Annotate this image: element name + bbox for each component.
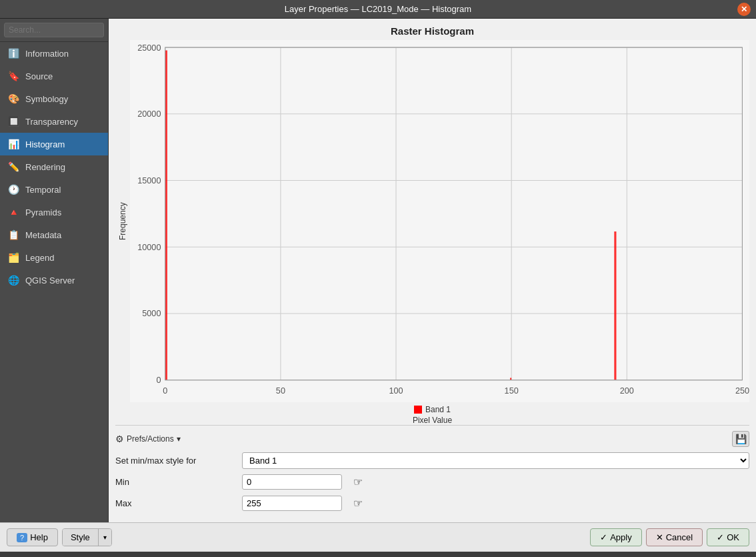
min-row: Min ☞ bbox=[115, 473, 749, 490]
window-title: Layer Properties — LC2019_Mode — Histogr… bbox=[285, 4, 471, 14]
cancel-button[interactable]: ✕ Cancel bbox=[646, 528, 703, 546]
min-label: Min bbox=[115, 477, 235, 487]
svg-text:25000: 25000 bbox=[137, 42, 161, 52]
symbology-icon: 🎨 bbox=[7, 92, 20, 105]
legend-label-band1: Band 1 bbox=[425, 405, 451, 414]
style-dropdown-button[interactable]: ▾ bbox=[98, 529, 111, 546]
help-button[interactable]: ? Help bbox=[7, 528, 58, 546]
svg-text:0: 0 bbox=[156, 375, 161, 385]
sidebar-item-label-temporal: Temporal bbox=[25, 185, 61, 195]
svg-text:10000: 10000 bbox=[137, 241, 161, 251]
apply-button[interactable]: ✓ Apply bbox=[590, 528, 642, 546]
chart-legend: Band 1 bbox=[414, 405, 451, 414]
style-button[interactable]: Style bbox=[63, 529, 98, 546]
information-icon: ℹ️ bbox=[7, 47, 20, 60]
temporal-icon: 🕐 bbox=[7, 183, 20, 196]
sidebar-item-qgisserver[interactable]: 🌐QGIS Server bbox=[0, 269, 108, 292]
svg-text:50: 50 bbox=[276, 385, 285, 395]
search-input[interactable] bbox=[4, 23, 104, 37]
ok-button[interactable]: ✓ OK bbox=[707, 528, 749, 546]
footer-bar: ? Help Style ▾ ✓ Apply ✕ Cancel ✓ OK bbox=[0, 522, 756, 552]
title-bar: Layer Properties — LC2019_Mode — Histogr… bbox=[0, 0, 756, 19]
controls-area: ⚙ Prefs/Actions ▾ 💾 Set min/max style fo… bbox=[115, 425, 749, 516]
cancel-icon: ✕ bbox=[656, 532, 663, 542]
sidebar-item-label-information: Information bbox=[25, 49, 69, 59]
band-select[interactable]: Band 1 bbox=[242, 452, 749, 469]
sidebar-item-label-legend: Legend bbox=[25, 253, 54, 263]
pyramids-icon: 🔺 bbox=[7, 205, 20, 219]
apply-label: Apply bbox=[610, 532, 632, 542]
qgisserver-icon: 🌐 bbox=[7, 273, 20, 287]
sidebar-item-rendering[interactable]: ✏️Rendering bbox=[0, 155, 108, 178]
prefs-arrow: ▾ bbox=[177, 434, 181, 444]
apply-icon: ✓ bbox=[600, 532, 607, 542]
transparency-icon: 🔲 bbox=[7, 115, 20, 128]
sidebar-item-label-pyramids: Pyramids bbox=[25, 207, 61, 217]
legend-icon: 🗂️ bbox=[7, 251, 20, 264]
max-label: Max bbox=[115, 498, 235, 508]
help-label: Help bbox=[30, 532, 48, 542]
sidebar-item-label-qgisserver: QGIS Server bbox=[25, 275, 75, 286]
sidebar-item-label-symbology: Symbology bbox=[25, 94, 68, 104]
histogram-icon: 📊 bbox=[7, 137, 20, 151]
svg-rect-0 bbox=[130, 40, 749, 402]
sidebar-item-temporal[interactable]: 🕐Temporal bbox=[0, 178, 108, 201]
max-input[interactable] bbox=[242, 496, 342, 511]
sidebar-item-source[interactable]: 🔖Source bbox=[0, 65, 108, 87]
chart-wrapper: Frequency bbox=[115, 40, 749, 402]
x-axis-label: Pixel Value bbox=[413, 416, 452, 425]
sidebar-item-pyramids[interactable]: 🔺Pyramids bbox=[0, 201, 108, 223]
max-pick-button[interactable]: ☞ bbox=[349, 494, 367, 512]
sidebar-item-symbology[interactable]: 🎨Symbology bbox=[0, 87, 108, 110]
set-minmax-row: Set min/max style for Band 1 bbox=[115, 452, 749, 469]
min-input[interactable] bbox=[242, 474, 342, 490]
help-icon: ? bbox=[17, 533, 27, 542]
sidebar: ℹ️Information🔖Source🎨Symbology🔲Transpare… bbox=[0, 19, 109, 522]
svg-text:5000: 5000 bbox=[142, 308, 161, 318]
legend-color-band1 bbox=[414, 406, 422, 414]
svg-text:0: 0 bbox=[163, 385, 167, 395]
content-area: Raster Histogram Frequency bbox=[109, 19, 756, 522]
svg-text:15000: 15000 bbox=[137, 175, 161, 185]
svg-rect-27 bbox=[614, 231, 616, 380]
prefs-row: ⚙ Prefs/Actions ▾ 💾 bbox=[115, 431, 749, 447]
ok-icon: ✓ bbox=[717, 532, 724, 542]
sidebar-item-metadata[interactable]: 📋Metadata bbox=[0, 223, 108, 246]
prefs-label: Prefs/Actions bbox=[127, 434, 174, 444]
prefs-actions-button[interactable]: ⚙ Prefs/Actions ▾ bbox=[115, 434, 181, 444]
chart-container: Raster Histogram Frequency bbox=[115, 25, 749, 425]
sidebar-item-histogram[interactable]: 📊Histogram bbox=[0, 133, 108, 155]
sidebar-item-label-source: Source bbox=[25, 71, 53, 81]
sidebar-item-label-metadata: Metadata bbox=[25, 230, 61, 240]
sidebar-item-label-histogram: Histogram bbox=[25, 139, 65, 149]
svg-text:20000: 20000 bbox=[137, 109, 161, 119]
svg-text:100: 100 bbox=[389, 385, 403, 395]
save-icon: 💾 bbox=[735, 434, 747, 444]
max-input-row: ☞ bbox=[242, 494, 367, 512]
sidebar-item-legend[interactable]: 🗂️Legend bbox=[0, 246, 108, 269]
set-minmax-label: Set min/max style for bbox=[115, 456, 235, 466]
svg-text:200: 200 bbox=[620, 385, 634, 395]
metadata-icon: 📋 bbox=[7, 228, 20, 241]
source-icon: 🔖 bbox=[7, 69, 20, 83]
svg-text:250: 250 bbox=[735, 385, 749, 395]
min-input-row: ☞ bbox=[242, 473, 367, 490]
histogram-svg: 25000 20000 15000 10000 5000 0 0 50 100 … bbox=[130, 40, 749, 402]
rendering-icon: ✏️ bbox=[7, 160, 20, 173]
style-group: Style ▾ bbox=[62, 528, 112, 546]
close-button[interactable]: ✕ bbox=[737, 3, 751, 16]
min-pick-button[interactable]: ☞ bbox=[349, 473, 367, 490]
chart-inner: 25000 20000 15000 10000 5000 0 0 50 100 … bbox=[130, 40, 749, 402]
chart-title: Raster Histogram bbox=[391, 25, 474, 37]
max-row: Max ☞ bbox=[115, 494, 749, 512]
sidebar-item-information[interactable]: ℹ️Information bbox=[0, 42, 108, 65]
save-button[interactable]: 💾 bbox=[732, 431, 749, 447]
sidebar-item-transparency[interactable]: 🔲Transparency bbox=[0, 110, 108, 133]
sidebar-item-label-rendering: Rendering bbox=[25, 162, 65, 172]
y-axis-label: Frequency bbox=[115, 40, 130, 402]
svg-text:150: 150 bbox=[505, 385, 519, 395]
sidebar-item-label-transparency: Transparency bbox=[25, 117, 78, 127]
sidebar-items: ℹ️Information🔖Source🎨Symbology🔲Transpare… bbox=[0, 42, 108, 522]
prefs-icon: ⚙ bbox=[115, 434, 124, 444]
ok-label: OK bbox=[727, 532, 739, 542]
